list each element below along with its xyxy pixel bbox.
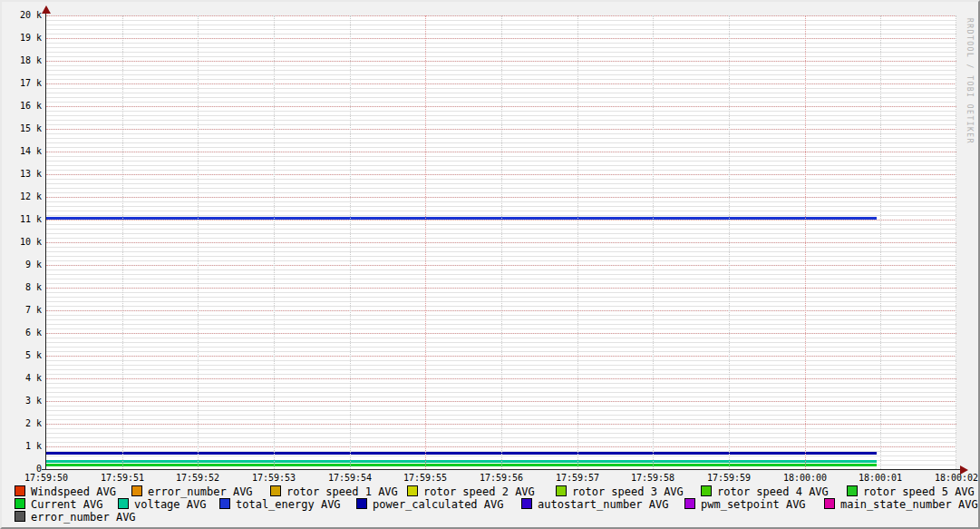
legend-item-rotor-speed-4: rotor speed 4 AVG — [701, 485, 829, 497]
x-tick-label: 17:59:55 — [389, 472, 461, 484]
x-tick-label: 17:59:59 — [693, 472, 765, 484]
legend-item-pwm-setpoint: pwm_setpoint AVG — [684, 498, 806, 510]
legend-swatch — [118, 498, 129, 509]
gridline-vertical — [274, 15, 275, 469]
legend-item-rotor-speed-2: rotor speed 2 AVG — [407, 485, 535, 497]
x-tick-label: 17:59:50 — [10, 472, 82, 484]
y-tick-label: 19 k — [4, 32, 42, 44]
legend-item-rotor-speed-3: rotor speed 3 AVG — [556, 485, 684, 497]
legend-item-total-energy: total_energy AVG — [219, 498, 341, 510]
legend-label: error_number AVG — [31, 511, 136, 524]
legend-swatch — [219, 498, 230, 509]
plot-area — [46, 15, 956, 469]
y-tick-label: 12 k — [4, 191, 42, 202]
legend-label: rotor speed 3 AVG — [572, 485, 684, 498]
y-tick-label: 8 k — [4, 281, 42, 293]
y-axis-arrow-icon — [42, 5, 51, 14]
x-tick-label: 17:59:56 — [465, 472, 538, 484]
legend-label: voltage AVG — [134, 498, 206, 511]
y-tick-label: 1 k — [4, 440, 42, 452]
legend-swatch — [847, 485, 858, 496]
gridline-vertical — [425, 15, 426, 469]
legend-label: power_calculated AVG — [373, 498, 504, 511]
series-line-voltage — [46, 460, 877, 463]
y-tick-label: 11 k — [4, 213, 42, 225]
y-tick-label: 14 k — [4, 145, 42, 157]
legend-swatch — [15, 485, 25, 496]
gridline-vertical — [350, 15, 351, 469]
legend-swatch — [521, 498, 532, 509]
series-line-power-calculated — [46, 452, 877, 455]
y-tick-label: 6 k — [4, 327, 42, 338]
legend-swatch — [556, 485, 567, 496]
gridline-vertical — [122, 15, 123, 469]
legend-item-rotor-speed-1: rotor speed 1 AVG — [270, 485, 398, 497]
legend-swatch — [131, 485, 142, 496]
legend-label: rotor speed 1 AVG — [286, 485, 398, 498]
x-axis-line — [42, 469, 961, 470]
legend-swatch — [684, 498, 695, 509]
legend-item-voltage: voltage AVG — [118, 498, 206, 510]
gridline-vertical — [729, 15, 730, 469]
y-axis-line — [45, 10, 46, 470]
y-tick-label: 2 k — [4, 417, 42, 429]
gridline-vertical — [805, 15, 806, 469]
y-tick-label: 5 k — [4, 349, 42, 361]
y-tick-label: 4 k — [4, 372, 42, 384]
gridline-vertical — [956, 15, 956, 469]
gridline-vertical — [577, 15, 578, 469]
legend-swatch — [407, 485, 418, 496]
legend-item-autostart-number: autostart_number AVG — [521, 498, 669, 510]
legend-swatch — [824, 498, 835, 509]
x-tick-label: 17:59:53 — [238, 472, 310, 484]
legend-item-error-number-2: error_number AVG — [15, 511, 136, 523]
gridline-vertical — [880, 15, 881, 469]
x-tick-label: 17:59:57 — [541, 472, 614, 484]
rrdtool-watermark: RRDTOOL / TOBI OETIKER — [965, 18, 974, 144]
legend-label: error_number AVG — [148, 485, 253, 498]
legend-label: Windspeed AVG — [31, 485, 116, 498]
legend-label: pwm_setpoint AVG — [701, 498, 806, 511]
y-tick-label: 7 k — [4, 304, 42, 316]
y-tick-label: 3 k — [4, 395, 42, 407]
y-tick-label: 20 k — [4, 9, 42, 21]
legend-label: main_state_number AVG — [840, 498, 978, 511]
legend-item-current: Current AVG — [15, 498, 102, 510]
y-tick-label: 9 k — [4, 259, 42, 270]
x-tick-label: 17:59:52 — [161, 472, 234, 484]
y-tick-label: 18 k — [4, 54, 42, 66]
x-tick-label: 17:59:54 — [314, 472, 386, 484]
legend-swatch — [701, 485, 712, 496]
legend-item-power-calculated: power_calculated AVG — [356, 498, 504, 510]
y-tick-label: 17 k — [4, 77, 42, 89]
gridline-vertical — [501, 15, 502, 469]
legend-item-rotor-speed-5: rotor speed 5 AVG — [847, 485, 975, 497]
y-tick-label: 16 k — [4, 100, 42, 112]
rrdtool-graph: 20 k 19 k 18 k 17 k 16 k 15 k 14 k 13 k … — [0, 0, 980, 529]
gridline-vertical — [653, 15, 654, 469]
x-tick-label: 17:59:58 — [616, 472, 689, 484]
legend-label: rotor speed 5 AVG — [863, 485, 975, 498]
legend-label: total_energy AVG — [236, 498, 341, 511]
gridline-vertical — [198, 15, 199, 469]
x-tick-label: 17:59:51 — [86, 472, 159, 484]
legend-swatch — [270, 485, 281, 496]
legend-swatch — [15, 498, 25, 509]
legend-item-error-number: error_number AVG — [131, 485, 253, 497]
legend-label: rotor speed 2 AVG — [423, 485, 535, 498]
y-tick-label: 10 k — [4, 236, 42, 248]
legend-swatch — [15, 511, 25, 522]
x-tick-label: 18:00:02 — [920, 472, 980, 484]
legend-item-windspeed: Windspeed AVG — [15, 485, 116, 497]
legend-item-main-state-number: main_state_number AVG — [824, 498, 978, 510]
y-tick-label: 15 k — [4, 122, 42, 134]
legend-label: Current AVG — [31, 498, 102, 511]
legend-label: autostart_number AVG — [538, 498, 669, 511]
y-tick-label: 13 k — [4, 168, 42, 180]
legend-label: rotor speed 4 AVG — [717, 485, 829, 498]
series-line-current — [46, 464, 877, 466]
x-tick-label: 18:00:00 — [769, 472, 841, 484]
x-tick-label: 18:00:01 — [844, 472, 917, 484]
legend-swatch — [356, 498, 367, 509]
